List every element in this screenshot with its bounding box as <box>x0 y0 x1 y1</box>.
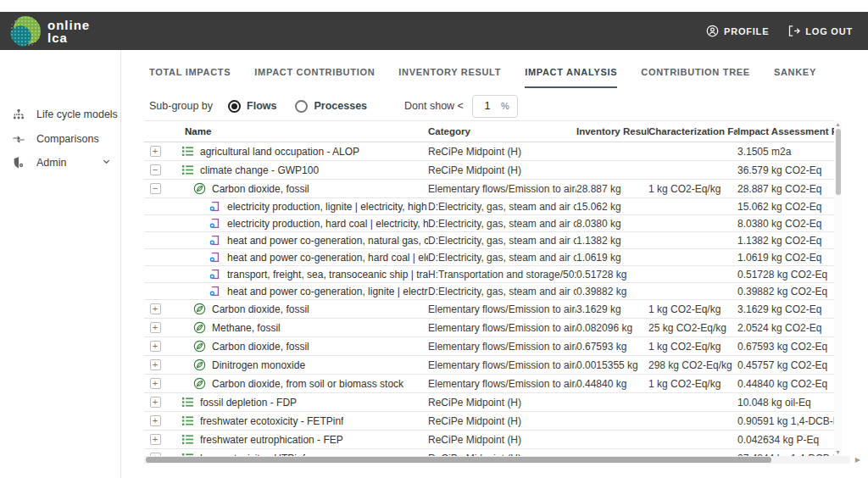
tab-impact-contribution[interactable]: IMPACT CONTRIBUTION <box>254 67 375 88</box>
table-row[interactable]: + Carbon dioxide, fossil Elementary flow… <box>144 337 834 356</box>
sidebar-item-admin[interactable]: Admin <box>0 151 121 175</box>
table-row[interactable]: + Carbon dioxide, fossil Elementary flow… <box>144 300 834 319</box>
process-icon <box>209 268 221 281</box>
expand-toggle-icon[interactable]: + <box>150 434 161 445</box>
threshold-input[interactable] <box>481 100 494 112</box>
list-icon <box>181 433 194 446</box>
tab-inventory-result[interactable]: INVENTORY RESULT <box>398 67 501 88</box>
expand-toggle-icon[interactable]: + <box>150 146 161 157</box>
leaf-icon <box>193 321 206 334</box>
sidebar-item-comparisons[interactable]: Comparisons <box>0 127 121 151</box>
scroll-up-icon[interactable]: ▲ <box>834 121 842 127</box>
scroll-right-icon[interactable]: ▶ <box>855 456 860 464</box>
process-icon <box>209 217 221 230</box>
collapse-toggle-icon[interactable]: − <box>150 164 161 175</box>
expand-toggle-icon[interactable]: + <box>150 415 161 426</box>
radio-processes[interactable]: Processes <box>295 100 367 113</box>
table-row[interactable]: + freshwater ecotoxicity - FETPinf ReCiP… <box>144 412 834 431</box>
radio-processes-dot-icon <box>295 100 308 113</box>
expand-toggle-icon[interactable]: + <box>150 303 161 314</box>
table-row[interactable]: electricity production, lignite | electr… <box>144 198 834 215</box>
profile-button[interactable]: PROFILE <box>706 25 769 37</box>
expand-toggle-icon[interactable]: + <box>150 341 161 352</box>
table-row[interactable]: electricity production, hard coal | elec… <box>144 215 834 232</box>
row-impact: 0.39882 kg CO2-Eq <box>737 286 834 297</box>
row-name: Dinitrogen monoxide <box>212 359 305 371</box>
expand-toggle-icon[interactable]: + <box>150 359 161 370</box>
tab-total-impacts[interactable]: TOTAL IMPACTS <box>149 67 231 88</box>
table-row[interactable]: transport, freight, sea, transoceanic sh… <box>144 266 834 283</box>
leaf-icon <box>193 340 206 353</box>
profile-icon <box>706 25 719 37</box>
row-category: ReCiPe Midpoint (H) <box>428 397 576 409</box>
column-header-name[interactable]: Name <box>166 126 428 136</box>
sidebar-item-label: Comparisons <box>36 133 99 145</box>
table-row[interactable]: − climate change - GWP100 ReCiPe Midpoin… <box>144 161 834 180</box>
table-row[interactable]: + freshwater eutrophication - FEP ReCiPe… <box>144 431 834 449</box>
row-category: ReCiPe Midpoint (H) <box>428 434 576 446</box>
expand-toggle-icon[interactable]: + <box>150 322 161 333</box>
table-row[interactable]: − Carbon dioxide, fossil Elementary flow… <box>144 180 834 198</box>
sidebar-item-life-cycle-models[interactable]: Life cycle models <box>0 103 121 126</box>
row-impact: 0.45757 kg CO2-Eq <box>737 359 834 371</box>
column-header-characterization-factor[interactable]: Characterization Factor <box>648 126 737 136</box>
table-row[interactable]: heat and power co-generation, natural ga… <box>144 232 834 249</box>
scroll-down-icon[interactable]: ▼ <box>834 449 842 455</box>
row-inventory: 15.062 kg <box>576 201 648 213</box>
row-category: D:Electricity, gas, steam and air condit… <box>428 286 576 297</box>
row-impact: 1.1382 kg CO2-Eq <box>737 235 834 247</box>
row-name: climate change - GWP100 <box>200 164 319 176</box>
row-name: transport, freight, sea, transoceanic sh… <box>227 269 428 281</box>
logout-button[interactable]: LOG OUT <box>787 25 853 37</box>
table-row[interactable]: + agricultural land occupation - ALOP Re… <box>144 142 834 161</box>
vertical-scroll-thumb[interactable] <box>836 129 841 195</box>
table-row[interactable]: heat and power co-generation, lignite | … <box>144 283 834 300</box>
row-category: ReCiPe Midpoint (H) <box>428 415 576 427</box>
table-row[interactable]: + Carbon dioxide, from soil or biomass s… <box>144 375 834 393</box>
app-logo: online lca <box>10 16 90 47</box>
table-row[interactable]: + Dinitrogen monoxide Elementary flows/E… <box>144 356 834 375</box>
tab-impact-analysis[interactable]: IMPACT ANALYSIS <box>525 67 617 88</box>
table-row[interactable]: + human toxicity - HTPinf ReCiPe Midpoin… <box>144 449 834 456</box>
row-category: Elementary flows/Emission to air/low po.… <box>428 322 576 334</box>
logo-text: online lca <box>47 19 90 44</box>
row-impact: 0.44840 kg CO2-Eq <box>737 378 834 390</box>
tab-sankey[interactable]: SANKEY <box>774 67 816 88</box>
logo-globe-icon <box>10 16 41 47</box>
row-category: Elementary flows/Emission to air/unspe..… <box>428 341 576 353</box>
process-icon <box>209 234 221 247</box>
table-row[interactable]: heat and power co-generation, hard coal … <box>144 249 834 266</box>
leaf-icon <box>193 377 206 390</box>
dont-show-label: Dont show < <box>404 100 464 112</box>
column-header-inventory-result[interactable]: Inventory Result <box>576 126 648 136</box>
process-icon <box>209 285 221 297</box>
tab-bar: TOTAL IMPACTS IMPACT CONTRIBUTION INVENT… <box>149 67 816 88</box>
collapse-toggle-icon[interactable]: − <box>150 183 161 194</box>
row-factor: 298 kg CO2-Eq/kg <box>648 359 737 371</box>
row-impact: 0.67593 kg CO2-Eq <box>737 341 834 353</box>
threshold-percent-suffix: % <box>501 101 509 111</box>
horizontal-scrollbar[interactable]: ▶ <box>144 456 850 464</box>
column-header-impact-assessment-result[interactable]: Impact Assessment Result <box>737 126 834 136</box>
vertical-scrollbar[interactable]: ▲ ▼ <box>834 120 842 456</box>
table-row[interactable]: + Methane, fossil Elementary flows/Emiss… <box>144 319 834 337</box>
radio-flows[interactable]: Flows <box>228 100 276 113</box>
profile-label: PROFILE <box>724 26 769 36</box>
table-row[interactable]: + fossil depletion - FDP ReCiPe Midpoint… <box>144 393 834 412</box>
horizontal-scroll-thumb[interactable] <box>146 457 771 463</box>
row-impact: 3.1629 kg CO2-Eq <box>737 303 834 315</box>
row-impact: 28.887 kg CO2-Eq <box>737 183 834 195</box>
chevron-down-icon[interactable] <box>102 157 111 169</box>
row-inventory: 28.887 kg <box>576 183 648 195</box>
threshold-inputbox: % <box>472 95 518 118</box>
row-factor: 25 kg CO2-Eq/kg <box>648 322 737 334</box>
row-category: H:Transportation and storage/50:Water t.… <box>428 269 576 281</box>
expand-toggle-icon[interactable]: + <box>150 378 161 389</box>
tab-contribution-tree[interactable]: CONTRIBUTION TREE <box>641 67 750 88</box>
row-factor: 1 kg CO2-Eq/kg <box>648 303 737 315</box>
row-category: Elementary flows/Emission to air/high p.… <box>428 303 576 315</box>
expand-toggle-icon[interactable]: + <box>150 397 161 408</box>
table-body: + agricultural land occupation - ALOP Re… <box>144 142 834 456</box>
column-header-category[interactable]: Category <box>428 126 576 136</box>
row-category: D:Electricity, gas, steam and air condit… <box>428 252 576 264</box>
